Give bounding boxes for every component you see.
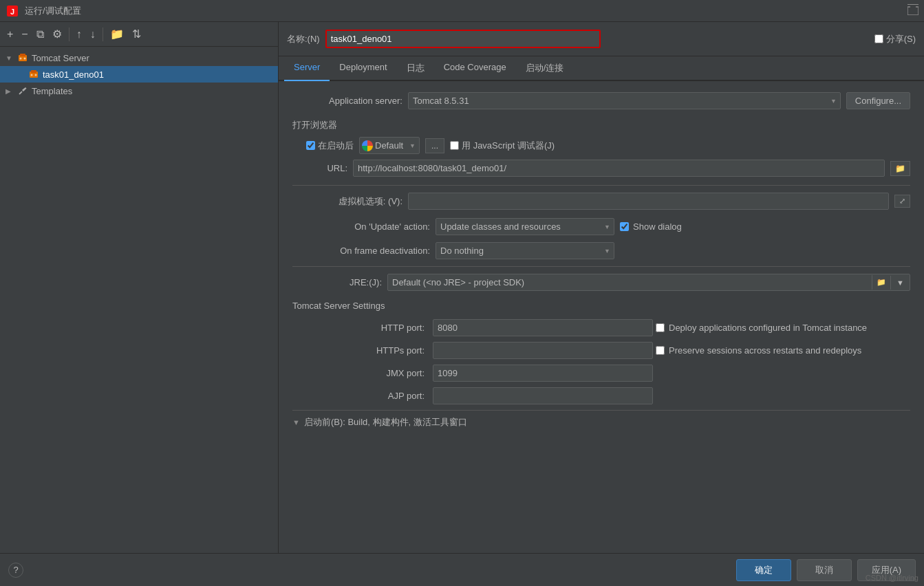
show-dialog-label: Show dialog xyxy=(633,221,682,232)
deploy-checkbox-label[interactable]: Deploy applications configured in Tomcat… xyxy=(656,323,924,333)
title-bar-close-btn[interactable] xyxy=(907,4,918,18)
tomcat-group-icon xyxy=(17,52,29,64)
browser-select-wrapper: Default xyxy=(359,137,420,154)
http-port-label: HTTP port: xyxy=(292,323,430,333)
url-input[interactable] xyxy=(353,160,885,177)
on-update-action-row: On 'Update' action: Update classes and r… xyxy=(292,218,910,235)
tab-deployment[interactable]: Deployment xyxy=(330,56,396,81)
preserve-checkbox-label[interactable]: Preserve sessions across restarts and re… xyxy=(656,345,924,356)
tab-startup-connection[interactable]: 启动/连接 xyxy=(516,56,574,81)
jmx-port-input[interactable] xyxy=(433,365,653,382)
chrome-icon xyxy=(362,140,373,151)
jre-input[interactable] xyxy=(388,274,872,290)
after-launch-checkbox[interactable] xyxy=(306,141,315,150)
sidebar-item-task01[interactable]: task01_deno01 xyxy=(0,66,278,83)
vm-options-input[interactable] xyxy=(408,193,889,210)
toolbar-separator-2 xyxy=(103,28,103,41)
tab-content-server: Application server: Tomcat 8.5.31 Config… xyxy=(279,81,924,553)
show-dialog-checkbox[interactable] xyxy=(620,222,629,231)
deploy-checkbox[interactable] xyxy=(656,323,665,332)
js-debugger-label: 用 JavaScript 调试器(J) xyxy=(462,140,555,152)
jre-folder-button[interactable]: 📁 xyxy=(872,275,890,290)
help-button[interactable]: ? xyxy=(8,563,23,578)
svg-rect-8 xyxy=(31,70,36,73)
browser-section-title: 打开浏览器 xyxy=(292,119,910,131)
jmx-port-label: JMX port: xyxy=(292,368,430,378)
copy-config-button[interactable]: ⧉ xyxy=(34,27,47,42)
on-update-label: On 'Update' action: xyxy=(292,221,430,232)
on-update-select[interactable]: Update classes and resources Restart ser… xyxy=(436,218,614,235)
http-port-input[interactable] xyxy=(433,319,653,336)
task-label: task01_deno01 xyxy=(43,69,104,80)
on-frame-deactivation-row: On frame deactivation: Do nothing Update… xyxy=(292,242,910,259)
name-field-label: 名称:(N) xyxy=(287,33,320,45)
https-port-label: HTTPs port: xyxy=(292,345,430,356)
title-bar-text: 运行/调试配置 xyxy=(25,5,81,17)
https-port-input[interactable] xyxy=(433,342,653,359)
cancel-button[interactable]: 取消 xyxy=(797,559,852,581)
svg-rect-11 xyxy=(19,91,23,95)
move-up-button[interactable]: ↑ xyxy=(74,27,85,42)
tab-log[interactable]: 日志 xyxy=(397,56,434,81)
svg-point-9 xyxy=(31,74,33,76)
svg-text:J: J xyxy=(10,8,14,16)
add-config-button[interactable]: + xyxy=(4,27,16,42)
app-server-select[interactable]: Tomcat 8.5.31 xyxy=(408,92,841,109)
task-icon xyxy=(28,68,40,80)
jre-dropdown-button[interactable]: ▼ xyxy=(890,276,910,290)
svg-rect-4 xyxy=(20,54,25,56)
divider-1 xyxy=(292,185,910,186)
jre-row: JRE:(J): 📁 ▼ xyxy=(292,274,910,291)
share-checkbox-area: 分享(S) xyxy=(874,33,916,45)
after-launch-checkbox-label[interactable]: 在启动后 xyxy=(306,140,354,152)
settings-button[interactable]: ⚙ xyxy=(50,26,65,42)
before-launch-header[interactable]: ▼ 启动前(B): Build, 构建构件, 激活工具窗口 xyxy=(292,416,910,428)
folder-button[interactable]: 📁 xyxy=(107,26,127,42)
on-frame-deactivation-label: On frame deactivation: xyxy=(292,246,430,256)
on-frame-select[interactable]: Do nothing Update classes and resources … xyxy=(436,242,614,259)
on-update-select-wrapper: Update classes and resources Restart ser… xyxy=(436,218,614,235)
app-server-row: Application server: Tomcat 8.5.31 Config… xyxy=(292,92,910,109)
js-debugger-checkbox[interactable] xyxy=(450,141,459,150)
before-launch-label: 启动前(B): Build, 构建构件, 激活工具窗口 xyxy=(304,416,467,428)
vm-options-row: 虚拟机选项: (V): ⤢ xyxy=(292,193,910,210)
svg-point-10 xyxy=(35,74,37,76)
configure-button[interactable]: Configure... xyxy=(846,92,910,109)
tomcat-group-arrow: ▼ xyxy=(6,54,17,62)
app-server-select-wrapper: Tomcat 8.5.31 xyxy=(408,92,841,109)
url-label: URL: xyxy=(292,163,347,173)
name-bar: 名称:(N) 分享(S) xyxy=(279,22,924,56)
tab-code-coverage[interactable]: Code Coverage xyxy=(434,56,516,81)
sidebar: + − ⧉ ⚙ ↑ ↓ 📁 ⇅ ▼ xyxy=(0,22,279,553)
browser-dots-button[interactable]: ... xyxy=(425,138,444,153)
remove-config-button[interactable]: − xyxy=(19,27,30,42)
sidebar-item-tomcat-group[interactable]: ▼ Tomcat Server xyxy=(0,50,278,66)
preserve-checkbox[interactable] xyxy=(656,346,665,355)
sort-button[interactable]: ⇅ xyxy=(129,26,144,42)
svg-point-6 xyxy=(24,58,26,60)
url-folder-button[interactable]: 📁 xyxy=(890,161,910,176)
app-logo: J xyxy=(6,4,19,18)
tomcat-settings-title: Tomcat Server Settings xyxy=(292,301,910,311)
templates-arrow: ▶ xyxy=(6,87,17,95)
sidebar-item-templates[interactable]: ▶ Templates xyxy=(0,83,278,99)
move-down-button[interactable]: ↓ xyxy=(87,27,98,42)
templates-label: Templates xyxy=(32,86,72,96)
tab-server[interactable]: Server xyxy=(284,56,330,81)
svg-point-5 xyxy=(20,58,22,60)
jre-label: JRE:(J): xyxy=(292,277,382,287)
vm-expand-button[interactable]: ⤢ xyxy=(894,195,910,208)
before-launch-section: ▼ 启动前(B): Build, 构建构件, 激活工具窗口 xyxy=(292,410,910,428)
name-input[interactable] xyxy=(327,31,599,47)
name-input-wrapper xyxy=(325,30,601,48)
title-bar: J 运行/调试配置 xyxy=(0,0,924,22)
wrench-icon xyxy=(17,85,29,97)
deploy-label: Deploy applications configured in Tomcat… xyxy=(669,323,867,333)
share-checkbox[interactable] xyxy=(874,34,883,43)
show-dialog-row: Show dialog xyxy=(620,221,682,232)
bottom-bar: ? 确定 取消 应用(A) xyxy=(0,553,924,586)
before-launch-arrow: ▼ xyxy=(292,418,300,426)
toolbar-separator xyxy=(69,28,69,41)
ok-button[interactable]: 确定 xyxy=(736,559,791,581)
ajp-port-input[interactable] xyxy=(433,387,653,404)
